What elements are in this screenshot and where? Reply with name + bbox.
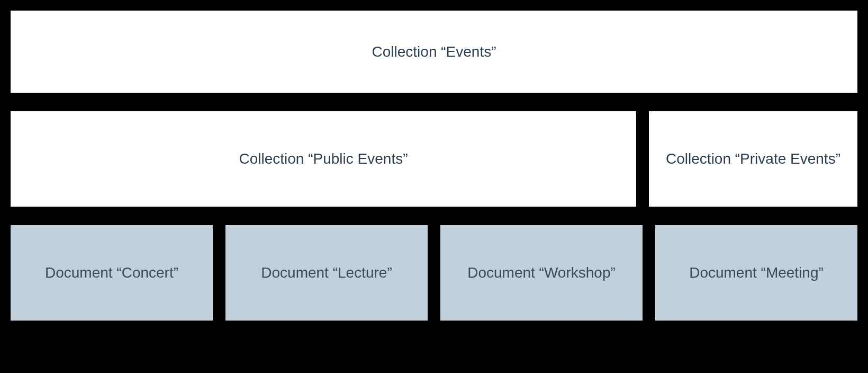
document-concert: Document “Concert” [11,225,213,321]
document-lecture: Document “Lecture” [225,225,428,321]
collection-private-events: Collection “Private Events” [649,111,857,207]
diagram-container: Collection “Events” Collection “Public E… [11,11,857,362]
row-middle-collections: Collection “Public Events” Collection “P… [11,111,857,207]
row-bottom-documents: Document “Concert” Document “Lecture” Do… [11,225,857,321]
row-top-collections: Collection “Events” [11,11,857,93]
collection-public-events-label: Collection “Public Events” [239,148,408,169]
document-workshop: Document “Workshop” [440,225,643,321]
document-workshop-label: Document “Workshop” [467,262,616,283]
document-concert-label: Document “Concert” [45,262,178,283]
collection-public-events: Collection “Public Events” [11,111,636,207]
document-meeting-label: Document “Meeting” [689,262,824,283]
collection-private-events-label: Collection “Private Events” [666,148,840,169]
collection-events-label: Collection “Events” [372,41,496,62]
document-lecture-label: Document “Lecture” [261,262,392,283]
document-meeting: Document “Meeting” [655,225,857,321]
collection-events: Collection “Events” [11,11,857,93]
